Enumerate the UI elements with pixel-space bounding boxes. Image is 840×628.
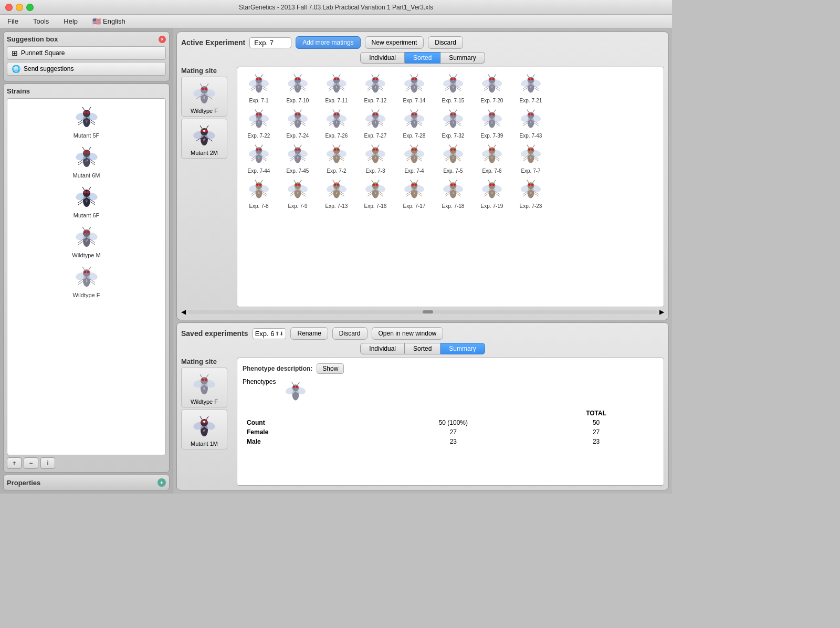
fly-cell[interactable]: ♀ Exp. 7-2 bbox=[318, 141, 355, 174]
saved-mating-female-fly[interactable]: ♀ Wildtype F bbox=[181, 368, 227, 407]
fly-cell[interactable]: ♀ Exp. 7-3 bbox=[357, 141, 394, 174]
fly-cell[interactable]: ♀ Exp. 7-26 bbox=[318, 106, 355, 139]
saved-discard-button[interactable]: Discard bbox=[332, 327, 368, 340]
svg-point-145 bbox=[414, 78, 417, 80]
fly-cell[interactable]: ♀ Exp. 7-27 bbox=[357, 106, 394, 139]
svg-point-366 bbox=[453, 148, 456, 151]
punnett-square-button[interactable]: ⊞ Punnett Square bbox=[7, 46, 166, 60]
close-button[interactable] bbox=[5, 4, 13, 11]
fly-label: Exp. 7-8 bbox=[249, 203, 268, 209]
new-experiment-button[interactable]: New experiment bbox=[365, 36, 424, 49]
menu-help[interactable]: Help bbox=[60, 16, 81, 26]
menu-tools[interactable]: Tools bbox=[30, 16, 52, 26]
fly-cell[interactable]: ♀ Exp. 7-15 bbox=[435, 70, 471, 103]
saved-mating-male-fly[interactable]: ♂ Mutant 1M bbox=[181, 410, 227, 449]
fly-cell[interactable]: ♀ Exp. 7-22 bbox=[240, 106, 277, 139]
fly-cell[interactable]: ♀ Exp. 7-44 bbox=[240, 141, 277, 174]
fly-cell[interactable]: ♀ Exp. 7-21 bbox=[512, 70, 549, 103]
fly-svg: ♀ bbox=[286, 176, 309, 202]
strain-wildtype-f[interactable]: ♀ Wildtype F bbox=[73, 263, 100, 298]
open-new-window-button[interactable]: Open in new window bbox=[372, 327, 444, 340]
svg-point-405 bbox=[259, 183, 261, 186]
svg-point-104 bbox=[295, 77, 301, 83]
show-phenotype-button[interactable]: Show bbox=[317, 363, 344, 374]
fly-cell[interactable]: ♀ Exp. 7-14 bbox=[396, 70, 433, 103]
svg-point-171 bbox=[492, 78, 495, 80]
svg-line-368 bbox=[449, 145, 452, 148]
add-matings-button[interactable]: Add more matings bbox=[296, 36, 360, 49]
fly-svg: ♀ bbox=[364, 176, 387, 202]
active-exp-id-input[interactable] bbox=[249, 37, 291, 48]
tab-active-summary[interactable]: Summary bbox=[440, 52, 485, 64]
fly-cell[interactable]: ♀ Exp. 7-18 bbox=[435, 176, 471, 209]
fly-cell[interactable]: ♀ Exp. 7-4 bbox=[396, 141, 433, 174]
tab-saved-individual[interactable]: Individual bbox=[360, 343, 405, 354]
strain-mutant-6f[interactable]: ♀ Mutant 6F bbox=[74, 183, 100, 218]
fly-cell[interactable]: ♀ Exp. 7-11 bbox=[318, 70, 355, 103]
menu-file[interactable]: File bbox=[4, 16, 22, 26]
tab-active-individual[interactable]: Individual bbox=[360, 52, 405, 64]
fly-cell[interactable]: ♀ Exp. 7-12 bbox=[357, 70, 394, 103]
scroll-right-arrow[interactable]: ▶ bbox=[659, 308, 664, 316]
send-suggestions-button[interactable]: 🌐 Send suggestions bbox=[7, 62, 166, 76]
tab-saved-sorted[interactable]: Sorted bbox=[405, 343, 440, 354]
strain-info-button[interactable]: i bbox=[40, 457, 55, 469]
strain-mutant-6m[interactable]: ♂ Mutant 6M bbox=[73, 143, 100, 179]
minimize-button[interactable] bbox=[16, 4, 23, 11]
active-discard-button[interactable]: Discard bbox=[428, 36, 463, 49]
fly-cell[interactable]: ♀ Exp. 7-32 bbox=[435, 106, 471, 139]
svg-point-195 bbox=[256, 112, 262, 119]
maximize-button[interactable] bbox=[26, 4, 34, 11]
tab-saved-summary[interactable]: Summary bbox=[440, 343, 485, 354]
svg-point-509 bbox=[205, 379, 207, 381]
strain-mutant-5f[interactable]: ♀ Mutant 5F bbox=[74, 103, 100, 139]
mating-female-fly[interactable]: ♀ Wildtype F bbox=[181, 77, 227, 117]
strain-remove-button[interactable]: − bbox=[24, 457, 38, 469]
fly-cell[interactable]: ♀ Exp. 7-43 bbox=[512, 106, 549, 139]
fly-cell[interactable]: ♀ Exp. 7-28 bbox=[396, 106, 433, 139]
fly-cell[interactable]: ♀ Exp. 7-7 bbox=[512, 141, 549, 174]
tab-active-sorted[interactable]: Sorted bbox=[405, 52, 440, 64]
fly-label: Exp. 7-4 bbox=[404, 168, 424, 174]
fly-cell[interactable]: ♀ Exp. 7-39 bbox=[474, 106, 510, 139]
svg-line-72 bbox=[200, 83, 202, 87]
fly-cell[interactable]: ♀ Exp. 7-13 bbox=[318, 176, 355, 209]
strain-label-mutant-6f: Mutant 6F bbox=[74, 212, 100, 218]
scroll-track[interactable] bbox=[188, 310, 657, 314]
menu-language[interactable]: 🇺🇸 English bbox=[89, 16, 129, 26]
fly-cell[interactable]: ♀ Exp. 7-45 bbox=[279, 141, 316, 174]
strain-add-button[interactable]: + bbox=[7, 457, 22, 469]
fly-cell[interactable]: ♀ Exp. 7-19 bbox=[474, 176, 510, 209]
suggestion-close-button[interactable]: × bbox=[159, 36, 166, 43]
svg-line-433 bbox=[333, 180, 335, 183]
fly-cell[interactable]: ♀ Exp. 7-10 bbox=[279, 70, 316, 103]
svg-point-208 bbox=[295, 112, 301, 119]
strain-label-mutant-6m: Mutant 6M bbox=[73, 172, 100, 179]
saved-exp-select[interactable]: Exp. 6 ⬆⬇ bbox=[253, 328, 287, 339]
svg-point-130 bbox=[372, 77, 379, 83]
fly-cell[interactable]: ♀ Exp. 7-23 bbox=[512, 176, 549, 209]
svg-point-44 bbox=[87, 231, 89, 234]
fly-cell[interactable]: ♀ Exp. 7-24 bbox=[279, 106, 316, 139]
fly-icon-mutant-5f: ♀ bbox=[74, 103, 99, 131]
svg-line-394 bbox=[527, 145, 529, 148]
svg-line-499 bbox=[533, 180, 535, 183]
fly-cell[interactable]: ♀ Exp. 7-1 bbox=[240, 70, 277, 103]
fly-cell[interactable]: ♀ Exp. 7-5 bbox=[435, 141, 471, 174]
fly-cell[interactable]: ♀ Exp. 7-8 bbox=[240, 176, 277, 209]
svg-line-161 bbox=[455, 75, 457, 78]
svg-text:♂: ♂ bbox=[202, 427, 206, 433]
fly-cell[interactable]: ♀ Exp. 7-17 bbox=[396, 176, 433, 209]
fly-cell[interactable]: ♀ Exp. 7-6 bbox=[474, 141, 510, 174]
strain-wildtype-m[interactable]: ♂ Wildtype M bbox=[72, 223, 100, 258]
fly-cell[interactable]: ♀ Exp. 7-9 bbox=[279, 176, 316, 209]
scroll-left-arrow[interactable]: ◀ bbox=[181, 308, 186, 316]
svg-line-330 bbox=[339, 145, 341, 148]
properties-expand-button[interactable]: + bbox=[158, 478, 166, 487]
fly-cell[interactable]: ♀ Exp. 7-16 bbox=[357, 176, 394, 209]
svg-point-442 bbox=[372, 182, 379, 189]
fly-cell[interactable]: ♀ Exp. 7-20 bbox=[474, 70, 510, 103]
mating-male-fly[interactable]: ♂ Mutant 2M bbox=[181, 119, 227, 159]
rename-button[interactable]: Rename bbox=[290, 327, 328, 340]
svg-point-299 bbox=[256, 147, 262, 154]
